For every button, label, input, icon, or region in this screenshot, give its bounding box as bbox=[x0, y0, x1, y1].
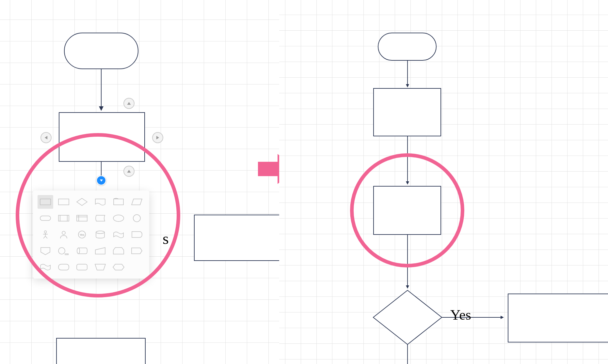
svg-marker-8 bbox=[132, 199, 142, 205]
shape-option-decision[interactable] bbox=[74, 195, 90, 209]
shape-option-ellipse[interactable] bbox=[111, 211, 126, 225]
svg-point-24 bbox=[77, 248, 80, 254]
shape-picker-popup[interactable]: Yes bbox=[33, 190, 149, 279]
panel-after: Yes bbox=[279, 0, 608, 364]
shape-option-punched-tape[interactable] bbox=[38, 260, 53, 274]
svg-text:Yes: Yes bbox=[80, 233, 85, 236]
svg-rect-28 bbox=[77, 264, 87, 270]
shape-option-data[interactable] bbox=[129, 195, 145, 209]
shape-option-tape[interactable] bbox=[111, 228, 126, 241]
shape-option-direct-data[interactable] bbox=[74, 244, 90, 258]
shape-option-preparation[interactable] bbox=[111, 260, 126, 274]
svg-point-17 bbox=[133, 215, 140, 222]
partial-label: s bbox=[163, 230, 169, 248]
canvas-left[interactable]: s bbox=[0, 0, 279, 364]
panel-before: s bbox=[0, 0, 279, 364]
svg-marker-1 bbox=[127, 170, 131, 173]
process-shape-new[interactable] bbox=[373, 186, 441, 235]
direction-handle-left[interactable] bbox=[40, 132, 52, 143]
yes-label: Yes bbox=[450, 307, 471, 323]
svg-point-16 bbox=[113, 215, 124, 221]
diagram-comparison: s bbox=[0, 0, 608, 364]
direction-handle-bottom[interactable] bbox=[123, 166, 135, 177]
svg-marker-29 bbox=[95, 264, 105, 270]
connector bbox=[407, 136, 408, 181]
svg-rect-13 bbox=[77, 215, 87, 221]
svg-marker-27 bbox=[132, 248, 142, 254]
arrow-down-icon bbox=[406, 181, 409, 185]
direction-handle-top[interactable] bbox=[123, 98, 135, 109]
shape-option-delay[interactable] bbox=[129, 228, 145, 241]
shape-option-database[interactable] bbox=[92, 228, 108, 241]
shape-option-card[interactable] bbox=[111, 195, 126, 209]
svg-marker-4 bbox=[100, 179, 103, 182]
svg-point-23 bbox=[58, 248, 65, 254]
process-shape-bottom[interactable] bbox=[56, 338, 146, 364]
decision-shape[interactable] bbox=[373, 290, 442, 345]
svg-marker-26 bbox=[113, 248, 124, 254]
svg-marker-2 bbox=[45, 136, 47, 139]
shape-option-internal-storage[interactable] bbox=[74, 211, 90, 225]
shape-option-step[interactable] bbox=[129, 244, 145, 258]
shape-option-stored-data[interactable] bbox=[92, 211, 108, 225]
terminator-shape[interactable] bbox=[64, 33, 138, 69]
shape-option-loop-limit[interactable] bbox=[111, 244, 126, 258]
svg-rect-5 bbox=[40, 199, 51, 205]
shape-option-display[interactable] bbox=[56, 260, 72, 274]
shape-option-rounded-rect[interactable] bbox=[74, 260, 90, 274]
shape-option-user[interactable] bbox=[56, 228, 72, 241]
arrow-right-icon bbox=[501, 316, 504, 319]
svg-marker-32 bbox=[373, 290, 442, 344]
shape-option-offpage[interactable] bbox=[38, 244, 53, 258]
shape-option-terminator[interactable] bbox=[38, 211, 53, 225]
shape-option-document[interactable] bbox=[92, 195, 108, 209]
svg-marker-25 bbox=[95, 248, 105, 254]
direction-handle-right[interactable] bbox=[152, 132, 163, 143]
svg-rect-9 bbox=[40, 216, 51, 220]
canvas-right[interactable]: Yes bbox=[279, 0, 608, 364]
arrow-down-icon bbox=[406, 84, 409, 87]
shape-option-summing[interactable] bbox=[56, 244, 72, 258]
shape-option-annotation-yes[interactable]: Yes bbox=[74, 228, 90, 241]
process-shape-right[interactable] bbox=[508, 294, 608, 342]
svg-point-18 bbox=[44, 231, 47, 233]
arrow-down-icon bbox=[406, 285, 409, 289]
connector-stub bbox=[101, 162, 102, 177]
shape-option-connector[interactable] bbox=[129, 211, 145, 225]
svg-marker-0 bbox=[127, 102, 131, 105]
terminator-shape[interactable] bbox=[378, 33, 437, 61]
shape-option-predefined[interactable] bbox=[56, 211, 72, 225]
arrow-down-icon bbox=[99, 106, 104, 111]
connector bbox=[101, 69, 102, 107]
connector bbox=[407, 235, 408, 285]
svg-point-19 bbox=[62, 231, 65, 235]
shape-option-actor[interactable] bbox=[38, 228, 53, 241]
process-shape-right[interactable] bbox=[194, 215, 280, 261]
shape-option-process-outline[interactable] bbox=[56, 195, 72, 209]
svg-marker-7 bbox=[77, 198, 87, 205]
shape-option-manual-input[interactable] bbox=[92, 244, 108, 258]
svg-rect-6 bbox=[58, 199, 69, 205]
connector bbox=[407, 344, 408, 364]
shape-option-manual-op[interactable] bbox=[92, 260, 108, 274]
svg-marker-3 bbox=[156, 136, 159, 139]
svg-point-22 bbox=[96, 231, 104, 234]
process-shape-selected[interactable] bbox=[59, 112, 145, 162]
svg-marker-30 bbox=[113, 264, 124, 270]
active-connection-handle[interactable] bbox=[96, 175, 106, 185]
process-shape-top[interactable] bbox=[373, 88, 441, 136]
connector bbox=[407, 61, 408, 84]
shape-option-process[interactable] bbox=[38, 195, 53, 209]
